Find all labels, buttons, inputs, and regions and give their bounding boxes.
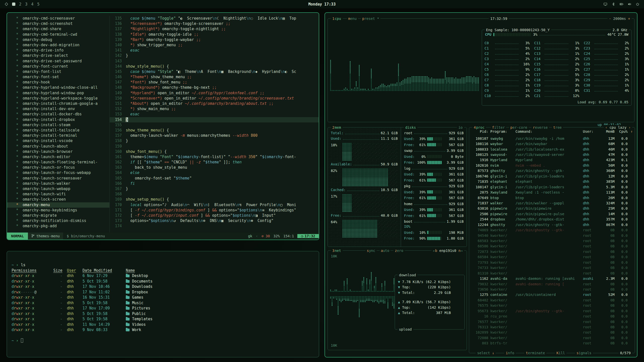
- code-line[interactable]: 142}: [110, 53, 319, 58]
- process-row[interactable]: 2506pipewire/usr/bin/pipewire-pulsedhh14…: [472, 211, 628, 216]
- btop-button-sync[interactable]: sync: [366, 248, 377, 253]
- code-line[interactable]: 139 *Bar*) omarchy-toggle-waybar ;;: [110, 37, 319, 42]
- code-line[interactable]: 141 esac: [110, 48, 319, 53]
- code-line[interactable]: 149 *Hyprland*) open_in_editor ~/.config…: [110, 90, 319, 96]
- scroll-up-indicator[interactable]: ↑: [631, 129, 633, 133]
- code-line[interactable]: 156show_theme_menu() {: [110, 128, 319, 133]
- process-row[interactable]: 72088kworker/root0B0.0: [472, 335, 628, 340]
- file-list-item[interactable]: *omarchy-launch-floating-terminal-: [7, 160, 109, 165]
- file-list-item[interactable]: *omarchy-install-docker-dbs: [7, 112, 109, 117]
- code-line[interactable]: 164 else: [110, 170, 319, 175]
- process-row[interactable]: 72073kworker/root0B0.0: [472, 249, 628, 254]
- file-list-item[interactable]: *omarchy-notification-dismiss: [7, 218, 109, 223]
- file-list-item[interactable]: *omarchy-drive-set-password: [7, 59, 109, 64]
- code-line[interactable]: 167}: [110, 186, 319, 192]
- btop-button-reverse[interactable]: reverse: [532, 125, 549, 130]
- file-list-item[interactable]: *omarchy-install-chromium-google-a: [7, 101, 109, 106]
- battery-icon[interactable]: [620, 2, 623, 6]
- code-line[interactable]: 148 *Background*) omarchy-theme-bg-next …: [110, 85, 319, 90]
- file-list-item[interactable]: *omarchy-hyprland-window-pop: [7, 90, 109, 96]
- code-line[interactable]: 136 *Screensaver*) omarchy-toggle-screen…: [110, 21, 319, 26]
- code-line[interactable]: 173 options="$options\n↺ Defaults\n⊕ DNS…: [110, 218, 319, 223]
- proc-footer-ignals[interactable]: signals: [575, 350, 593, 355]
- process-row[interactable]: 102616nvimnvim --embed .dhh56M0.0: [472, 163, 628, 168]
- code-line[interactable]: 145 case $(menu "Style" "◧ Theme\nA Font…: [110, 69, 319, 74]
- workspace-3[interactable]: 3: [25, 2, 27, 7]
- workspace-4[interactable]: 4: [31, 2, 33, 7]
- code-line[interactable]: 161 theme=$(menu "Font" "$(omarchy-font-…: [110, 154, 319, 160]
- process-row[interactable]: 71835elephantelephantdhh385M0.0: [472, 179, 628, 184]
- process-row[interactable]: 74869kworker//usr/bin/ghostty --gtk-root…: [472, 227, 628, 233]
- process-row[interactable]: 95673kworker//usr/bin/ghostty --gtk-root…: [472, 308, 628, 313]
- code-line[interactable]: 171 [ -f ~/.config/hypr/bindings.conf ] …: [110, 208, 319, 213]
- process-row[interactable]: 68584kworker/root0B0.0: [472, 254, 628, 260]
- code-line[interactable]: 170 local options="♪ Audio\n◠ Wifi\nᛒ Bl…: [110, 202, 319, 208]
- process-row[interactable]: 94540kworker/root0B0.0: [472, 233, 628, 238]
- process-row[interactable]: 68402kworker/root0B0.0: [472, 297, 628, 303]
- process-row[interactable]: 76577kworker/root0B0.0: [472, 319, 628, 324]
- file-list-item[interactable]: *omarchy-install-dropbox: [7, 117, 109, 122]
- code-line[interactable]: 147 *Font*) show_font_menu ;;: [110, 80, 319, 85]
- file-list-item[interactable]: *omarchy-cmd-share: [7, 26, 109, 32]
- code-line[interactable]: 144show_style_menu() {: [110, 64, 319, 69]
- display-icon[interactable]: [603, 2, 607, 6]
- proc-footer-ill[interactable]: Kill: [555, 350, 567, 355]
- code-line[interactable]: 157 omarchy-launch-walker -m menus:omarc…: [110, 133, 319, 138]
- file-list-item[interactable]: *omarchy-lock-screen: [7, 197, 109, 202]
- code-line[interactable]: 154}: [110, 117, 319, 122]
- workspace-2[interactable]: 2: [19, 2, 21, 7]
- process-row[interactable]: 803btrfs-trroot0B0.0: [472, 341, 628, 346]
- file-list-item[interactable]: *omarchy-install-steam: [7, 122, 109, 128]
- file-list-item[interactable]: *omarchy-launch-or-focus-webapp: [7, 170, 109, 175]
- btop-button-menu[interactable]: menu: [347, 16, 358, 21]
- code-line[interactable]: 160show_font_menu() {: [110, 149, 319, 154]
- workspace-active-indicator[interactable]: [12, 3, 15, 6]
- process-row[interactable]: 1916HyprlandHyprlanddhh423M0.1: [472, 157, 628, 163]
- code-line[interactable]: 137 *Nightlight*) omarchy-toggle-nightli…: [110, 26, 319, 32]
- code-line[interactable]: 168: [110, 192, 319, 197]
- file-list-item[interactable]: *omarchy-launch-editor: [7, 154, 109, 160]
- cpu-panel-title[interactable]: 1cpu: [331, 16, 343, 21]
- process-row[interactable]: 63816pipewire/usr/bin/pipewiredhh25M0.0: [472, 206, 628, 211]
- process-row[interactable]: 73793kworker/root0B0.0: [472, 260, 628, 265]
- code-line[interactable]: 152 *) show_main_menu ;;: [110, 106, 319, 112]
- btop-button-zero[interactable]: zero: [393, 248, 405, 253]
- file-list-item[interactable]: *omarchy-cmd-screensaver: [7, 16, 109, 21]
- code-area[interactable]: 135 case $(menu "Toggle" "◐ Screensaver\…: [110, 16, 319, 233]
- process-row[interactable]: 108033localsea/usr/lib/localsearch-exdhh…: [472, 147, 628, 152]
- file-list-item[interactable]: *omarchy-cmd-screenshot: [7, 21, 109, 26]
- code-line[interactable]: 163 back_to show_style_menu: [110, 165, 319, 170]
- code-line[interactable]: 158}: [110, 138, 319, 144]
- file-list-item[interactable]: *omarchy-pkg-add: [7, 223, 109, 229]
- code-line[interactable]: 166 fi: [110, 181, 319, 186]
- code-line[interactable]: 169show_setup_menu() {: [110, 197, 319, 202]
- process-row[interactable]: 16rcu_preeroot0B0.0: [472, 313, 628, 319]
- file-list-item[interactable]: *omarchy-launch-webapp: [7, 186, 109, 192]
- code-line[interactable]: 151 *About*) open_in_editor ~/.config/om…: [110, 101, 319, 106]
- file-list-item[interactable]: *omarchy-menu: [7, 202, 109, 208]
- process-row[interactable]: 81310kworker/root0B0.0: [472, 270, 628, 276]
- file-list-item[interactable]: *omarchy-install-dev-env: [7, 106, 109, 112]
- process-row[interactable]: 108125swayosd-/usr/lib/swayosd-serverdhh…: [472, 152, 628, 157]
- process-row[interactable]: 1275containe/usr/bin/containerdroot52M0.…: [472, 292, 628, 297]
- file-list-item[interactable]: *omarchy-launch-about: [7, 144, 109, 149]
- file-list-item[interactable]: *omarchy-hook: [7, 80, 109, 85]
- file-list-item[interactable]: *omarchy-debug: [7, 37, 109, 42]
- net-interface[interactable]: ←b enp191s0 n→: [431, 248, 464, 253]
- proc-panel-title[interactable]: 4proc: [472, 125, 486, 130]
- btop-button-filter[interactable]: filter: [491, 125, 506, 130]
- code-line[interactable]: 162 if [[ "$theme" == "CNCLD" || -z "$th…: [110, 160, 319, 165]
- file-list-item[interactable]: *omarchy-font-current: [7, 64, 109, 69]
- btop-button-preset[interactable]: preset *: [361, 16, 380, 21]
- terminal-cursor[interactable]: [21, 338, 23, 343]
- btop-button-tree[interactable]: tree: [552, 125, 563, 130]
- code-line[interactable]: 159: [110, 144, 319, 149]
- workspace-5[interactable]: 5: [37, 2, 39, 7]
- process-row[interactable]: 2075XwaylandXwayland :1 -rootless -dhh11…: [472, 190, 628, 195]
- process-row[interactable]: 68583kworker/root0B0.0: [472, 238, 628, 243]
- file-list-item[interactable]: *omarchy-drive-info: [7, 48, 109, 53]
- process-row[interactable]: 74733kworker/root0B0.0: [472, 265, 628, 270]
- process-row[interactable]: 108147glycin-i/usr/lib/glycin-loadersdhh…: [472, 184, 628, 190]
- process-row[interactable]: 76575kworker/root0B0.0: [472, 303, 628, 308]
- code-line[interactable]: 153 esac: [110, 112, 319, 117]
